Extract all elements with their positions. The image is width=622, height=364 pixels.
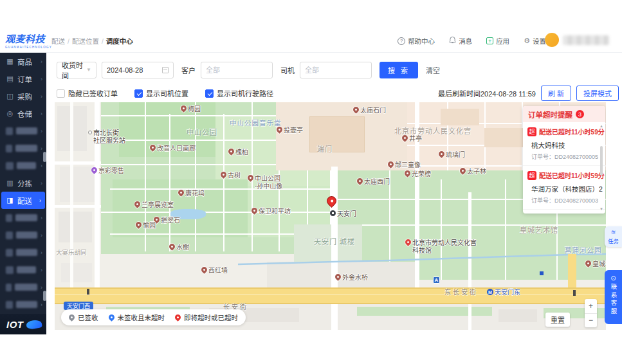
sidebar-item-分拣[interactable]: ▥分拣› — [0, 174, 46, 192]
zoom-in-button[interactable]: + — [585, 299, 597, 314]
overdue-title: 配送已超时11小时59分 — [539, 170, 605, 180]
poi-label: 北京市劳动人民文化宫科技馆 — [412, 239, 477, 254]
user-menu[interactable] — [545, 33, 609, 47]
show-driver-location-checkbox[interactable]: 显示司机位置 — [134, 88, 188, 98]
map-area-label: 端门 — [317, 143, 333, 154]
masked-label — [16, 249, 37, 256]
chevron-right-icon: › — [41, 267, 42, 273]
sidebar-item-label: 分拣 — [17, 178, 32, 188]
breadcrumb-separator: / — [102, 37, 104, 45]
poi-pin-icon — [330, 210, 336, 216]
gear-action[interactable]: ⚙设置 — [524, 36, 546, 46]
tasks-panel-button[interactable]: ≋ 任务 — [605, 226, 622, 247]
customer-name: 桃大妈科技 — [531, 140, 596, 150]
poi-label: 太庙西门 — [364, 178, 390, 186]
sidebar-item-masked[interactable]: › — [0, 296, 46, 313]
poi-pin-icon — [133, 200, 142, 208]
overdue-order-item[interactable]: 超配送已超时11小时59分桃大妈科技订单号：DD24082700005 — [523, 122, 605, 166]
help-action[interactable]: ?帮助中心 — [398, 36, 435, 46]
sidebar-item-仓储[interactable]: ◎仓储› — [0, 105, 46, 122]
map-legend: 已签收未签收且未超时即将超时或已超时 — [61, 309, 246, 325]
chevron-right-icon: › — [41, 250, 42, 256]
map-poi: 挹翠石 — [154, 217, 180, 224]
time-type-select[interactable]: 收货时间 ▼ — [57, 62, 96, 78]
overdue-count-badge: 3 — [576, 110, 584, 118]
scrollbar-thumb[interactable] — [600, 146, 603, 176]
sidebar-item-masked[interactable]: › — [0, 278, 46, 296]
map-poi: 唐花坞 — [178, 190, 205, 197]
bell-action[interactable]: 消息 — [449, 36, 472, 46]
breadcrumb-item: 调度中心 — [106, 37, 133, 45]
chevron-right-icon: › — [41, 145, 42, 152]
user-name-masked — [563, 35, 609, 45]
refresh-button[interactable]: 刷 新 — [541, 86, 571, 101]
map-reset-button[interactable]: 重置 — [545, 313, 570, 327]
customer-input[interactable] — [201, 62, 273, 78]
avatar[interactable] — [545, 33, 559, 47]
masked-icon — [6, 249, 13, 257]
poi-label: 中山公园-孙中山像 — [255, 175, 282, 190]
cast-mode-button[interactable]: 投屏模式 — [576, 86, 619, 101]
sidebar-item-采购[interactable]: ◫采购› — [0, 87, 46, 105]
delivery-icon: ◨ — [6, 196, 14, 205]
chevron-right-icon: › — [41, 76, 42, 82]
masked-icon — [6, 127, 13, 135]
show-driver-route-checkbox[interactable]: 显示司机行驶路径 — [205, 88, 273, 98]
show-driver-route-label: 显示司机行驶路径 — [217, 88, 273, 98]
sidebar-item-masked[interactable]: › — [0, 122, 46, 140]
scroll-up-icon[interactable]: ▲ — [599, 124, 604, 128]
legend-pin-icon — [174, 313, 182, 322]
logo[interactable]: 观麦科技 GUANMAITECHNOLOGY — [5, 32, 57, 49]
map-poi[interactable]: 北京市劳动人民文化宫科技馆 — [405, 239, 477, 254]
breadcrumb-item[interactable]: 配送位置 — [72, 37, 99, 45]
zoom-out-button[interactable]: − — [585, 314, 597, 328]
masked-label — [15, 284, 37, 291]
sidebar-item-masked[interactable]: › — [0, 261, 46, 278]
delivery-marker[interactable] — [327, 197, 336, 205]
poi-label: 投壶亭 — [284, 127, 303, 134]
checkbox-icon[interactable] — [134, 89, 143, 98]
poi-label: 太庙石门 — [360, 107, 386, 114]
overdue-order-item[interactable]: 超剩余0分华润万家（科技园店）2 — [523, 210, 605, 214]
map-canvas[interactable]: 中山公园中山公园音乐堂北京市劳动人民文化宫端门天安门 城楼皇城艺术馆菖蒲河公园东… — [55, 102, 606, 330]
action-label: 帮助中心 — [408, 36, 435, 46]
clear-button[interactable]: 清空 — [426, 65, 440, 75]
sidebar-item-商品[interactable]: ▦商品› — [0, 53, 46, 70]
sidebar-item-masked[interactable]: › — [0, 244, 46, 261]
poi-label: 愉园 — [143, 222, 156, 230]
driver-input[interactable] — [300, 62, 372, 78]
search-button[interactable]: 搜 索 — [380, 62, 418, 78]
overdue-order-item[interactable]: 超配送已超时11小时59分华润万家（科技园店）2订单号：DD2408270000… — [523, 166, 605, 210]
checkbox-icon[interactable] — [57, 89, 65, 98]
hide-signed-checkbox[interactable]: 隐藏已签收订单 — [57, 88, 118, 98]
sidebar-item-masked[interactable]: › — [0, 209, 46, 226]
map-poi: 太庙石门 — [353, 107, 386, 114]
chevron-right-icon: › — [41, 111, 42, 117]
chevron-right-icon: › — [41, 302, 42, 308]
poi-label: 琉璃门 — [446, 151, 465, 159]
poi-label: 挹翠石 — [161, 217, 180, 224]
breadcrumb-item[interactable]: 配送 — [51, 37, 65, 45]
legend-pin-icon — [107, 313, 116, 322]
checkbox-icon[interactable] — [205, 89, 214, 98]
overdue-panel-header: 订单超时提醒 3 — [523, 106, 605, 122]
poi-pin-icon — [88, 131, 92, 134]
apps-action[interactable]: +应用 — [486, 36, 509, 46]
sidebar-item-订单[interactable]: ▤订单› — [0, 70, 46, 87]
map-poi: 中山公园-孙中山像 — [248, 175, 282, 190]
hide-signed-label: 隐藏已签收订单 — [68, 88, 118, 98]
date-input[interactable]: 2024-08-28 — [102, 62, 174, 78]
contact-support-button[interactable]: ⊙ 联系客服 — [605, 270, 622, 324]
breadcrumb: 配送/配送位置/调度中心 — [51, 36, 133, 46]
gear-icon: ⚙ — [524, 37, 530, 45]
sidebar-item-配送[interactable]: ◨配送› — [1, 192, 45, 209]
overdue-title: 配送已超时11小时59分 — [539, 127, 605, 136]
poi-pin-icon — [177, 188, 185, 197]
sidebar-item-masked[interactable]: › — [0, 140, 46, 157]
map-area-label: 皇城艺术馆 — [520, 224, 558, 235]
sidebar-item-masked[interactable]: › — [0, 226, 46, 244]
sidebar-item-masked[interactable]: › — [0, 157, 46, 174]
chevron-right-icon: › — [41, 232, 42, 239]
scroll-down-icon[interactable]: ▼ — [599, 207, 604, 211]
panel-scrollbar[interactable]: ▲ ▼ — [599, 124, 604, 211]
